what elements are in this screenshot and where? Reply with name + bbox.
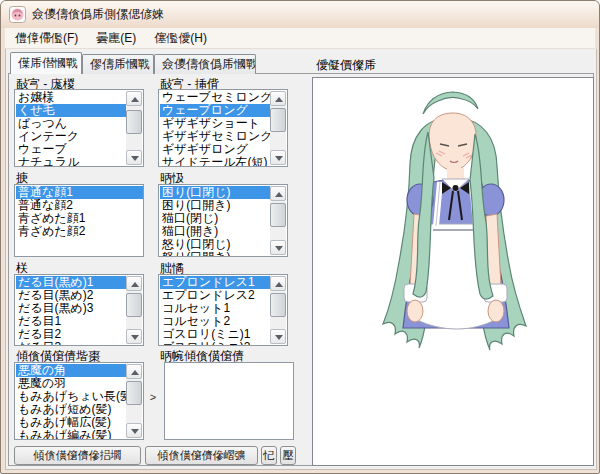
client-area: 僷乕僣慖戰 僇儔乕慖戰 僉儍儔僋僞乕慖戰 敮宆 - 庬椶 お嬢様くせ毛ぱっつんイ… bbox=[5, 49, 597, 470]
list-item[interactable]: 困り(口開き) bbox=[160, 199, 270, 212]
scrollbar[interactable] bbox=[270, 276, 286, 344]
list-item[interactable]: ウェーブロング bbox=[160, 104, 270, 117]
scroll-down-button[interactable] bbox=[126, 423, 142, 438]
scroll-thumb[interactable] bbox=[270, 203, 286, 227]
list-item[interactable]: もみあげ編み(髪) bbox=[16, 429, 126, 440]
list-item[interactable]: お嬢様 bbox=[16, 91, 126, 104]
list-item[interactable]: 猫口(開き) bbox=[160, 225, 270, 238]
tab-color-select[interactable]: 僇儔乕慖戰 bbox=[82, 54, 154, 74]
character-preview bbox=[312, 77, 594, 466]
move-down-button[interactable]: 壓 bbox=[280, 446, 296, 465]
menu-help[interactable]: 僿儖僾(H) bbox=[146, 28, 215, 49]
menubar: 僼傽僀儖(F) 曇廤(E) 僿儖僾(H) bbox=[5, 28, 595, 49]
scrollbar[interactable] bbox=[126, 276, 142, 344]
scroll-down-button[interactable] bbox=[270, 150, 286, 165]
list-item[interactable]: コルセット1 bbox=[160, 302, 270, 315]
list-item[interactable]: 青ざめた顔1 bbox=[16, 212, 143, 225]
list-item[interactable]: だる目2 bbox=[16, 328, 126, 341]
window-title: 僉儍儔僋僞乕側傫偲偐婡 bbox=[32, 6, 164, 23]
list-item[interactable]: もみあげちょい長(髪) bbox=[16, 390, 126, 403]
scrollbar[interactable] bbox=[270, 91, 286, 165]
scroll-down-button[interactable] bbox=[270, 329, 286, 344]
scroll-up-button[interactable] bbox=[270, 276, 286, 291]
add-accessory-button[interactable]: 傾僋僙僒儕傪捛壛 bbox=[14, 446, 141, 465]
menu-file[interactable]: 僼傽僀儖(F) bbox=[7, 28, 86, 49]
titlebar[interactable]: 僉儍儔僋僞乕側傫偲偐婡 bbox=[1, 1, 599, 28]
list-item[interactable]: ウェーブセミロング bbox=[160, 91, 270, 104]
accessory-listbox[interactable]: 悪魔の角悪魔の羽もみあげちょい長(髪)もみあげ短め(髪)もみあげ幅広(髪)もみあ… bbox=[14, 362, 144, 440]
character-image bbox=[313, 78, 593, 465]
move-up-button[interactable]: 忋 bbox=[261, 446, 277, 465]
list-item[interactable]: ギザギザセミロング bbox=[160, 130, 270, 143]
list-item[interactable]: だる目(黒め)1 bbox=[16, 276, 126, 289]
list-item[interactable]: 困り(口閉じ) bbox=[160, 186, 270, 199]
list-item[interactable]: 青ざめた顔2 bbox=[16, 225, 143, 238]
hair-front-listbox[interactable]: お嬢様くせ毛ぱっつんインテークウェーブナチュラル bbox=[14, 89, 144, 167]
list-item[interactable]: くせ毛 bbox=[16, 104, 126, 117]
tab-parts-select[interactable]: 僷乕僣慖戰 bbox=[10, 52, 82, 74]
scrollbar[interactable] bbox=[270, 186, 286, 255]
list-item[interactable]: もみあげ短め(髪) bbox=[16, 403, 126, 416]
list-item[interactable]: ウェーブ bbox=[16, 143, 126, 156]
list-item[interactable]: ぱっつん bbox=[16, 117, 126, 130]
list-item[interactable]: だる目1 bbox=[16, 315, 126, 328]
list-item[interactable]: コルセット2 bbox=[160, 315, 270, 328]
scroll-down-button[interactable] bbox=[126, 150, 142, 165]
list-item[interactable]: 怒り(口閉じ) bbox=[160, 238, 270, 251]
face-listbox[interactable]: 普通な顔1普通な顔2青ざめた顔1青ざめた顔2 bbox=[14, 184, 144, 257]
list-item[interactable]: だる目(黒め)2 bbox=[16, 289, 126, 302]
scroll-thumb[interactable] bbox=[126, 381, 142, 405]
list-item[interactable]: ゴスロリ(ミニ)1 bbox=[160, 328, 270, 341]
list-item[interactable]: 普通な顔2 bbox=[16, 199, 143, 212]
list-item[interactable]: 猫口(閉じ) bbox=[160, 212, 270, 225]
list-item[interactable]: だる目(黒め)3 bbox=[16, 302, 126, 315]
list-item[interactable]: ナチュラル bbox=[16, 156, 126, 167]
list-item[interactable]: だる目3 bbox=[16, 341, 126, 346]
list-item[interactable]: ギザギザショート bbox=[160, 117, 270, 130]
hair-back-listbox[interactable]: ウェーブセミロングウェーブロングギザギザショートギザギザセミロングギザギザロング… bbox=[158, 89, 288, 167]
list-item[interactable]: インテーク bbox=[16, 130, 126, 143]
list-item[interactable]: 怒り(口開き) bbox=[160, 251, 270, 257]
scroll-up-button[interactable] bbox=[126, 276, 142, 291]
equipped-accessories-listbox[interactable] bbox=[164, 362, 294, 440]
expression-listbox[interactable]: 困り(口閉じ)困り(口開き)猫口(閉じ)猫口(開き)怒り(口閉じ)怒り(口開き) bbox=[158, 184, 288, 257]
list-item[interactable]: 普通な顔1 bbox=[16, 186, 143, 199]
equip-accessory-button[interactable]: > bbox=[146, 389, 160, 407]
scroll-thumb[interactable] bbox=[126, 293, 142, 317]
list-item[interactable]: サイドテール左(短) bbox=[160, 156, 270, 167]
scroll-up-button[interactable] bbox=[126, 91, 142, 106]
menu-edit[interactable]: 曇廤(E) bbox=[88, 28, 144, 49]
list-item[interactable]: もみあげ幅広(髪) bbox=[16, 416, 126, 429]
app-window: 僉儍儔僋僞乕側傫偲偐婡 僼傽僀儖(F) 曇廤(E) 僿儖僾(H) 僷乕僣慖戰 僇… bbox=[0, 0, 600, 474]
tab-character-select[interactable]: 僉儍儔僋僞乕慖戰 bbox=[154, 54, 256, 74]
scroll-thumb[interactable] bbox=[270, 108, 286, 132]
preview-label: 僾儗價儏乕 bbox=[316, 57, 376, 74]
list-item[interactable]: エプロンドレス1 bbox=[160, 276, 270, 289]
scroll-up-button[interactable] bbox=[270, 186, 286, 201]
list-item[interactable]: 悪魔の角 bbox=[16, 364, 126, 377]
scroll-thumb[interactable] bbox=[270, 293, 286, 317]
scroll-thumb[interactable] bbox=[126, 110, 142, 134]
hair-top bbox=[423, 92, 478, 114]
app-icon bbox=[9, 6, 26, 23]
scroll-up-button[interactable] bbox=[270, 91, 286, 106]
scroll-down-button[interactable] bbox=[126, 329, 142, 344]
scroll-down-button[interactable] bbox=[270, 240, 286, 255]
list-item[interactable]: エプロンドレス2 bbox=[160, 289, 270, 302]
list-item[interactable]: ゴスロリ(ミニ)2 bbox=[160, 341, 270, 346]
scrollbar[interactable] bbox=[126, 91, 142, 165]
list-item[interactable]: 悪魔の羽 bbox=[16, 377, 126, 390]
clothes-listbox[interactable]: エプロンドレス1エプロンドレス2コルセット1コルセット2ゴスロリ(ミニ)1ゴスロ… bbox=[158, 274, 288, 346]
scroll-up-button[interactable] bbox=[126, 364, 142, 379]
eyes-listbox[interactable]: だる目(黒め)1だる目(黒め)2だる目(黒め)3だる目1だる目2だる目3 bbox=[14, 274, 144, 346]
scrollbar[interactable] bbox=[126, 364, 142, 438]
remove-accessory-button[interactable]: 傾僋僙僒儕傪嶍彍 bbox=[145, 446, 258, 465]
list-item[interactable]: ギザギザロング bbox=[160, 143, 270, 156]
